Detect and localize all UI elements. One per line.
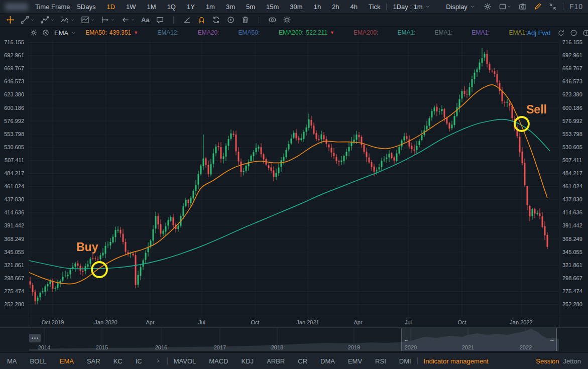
text-tool[interactable]: Aa	[138, 14, 153, 26]
reset-zoom-icon[interactable]	[557, 29, 565, 37]
svg-text:530.605: 530.605	[562, 144, 582, 150]
camera-icon	[519, 3, 527, 11]
adjustment-mode-button[interactable]: Adj Fwd	[527, 29, 550, 37]
divider	[563, 3, 563, 10]
timeframe-1m[interactable]: 1m	[206, 3, 215, 11]
tab-ic[interactable]: IC	[136, 357, 142, 365]
timeframe-5days[interactable]: 5Days	[77, 3, 96, 11]
selection-right-arrow-icon: →	[549, 336, 555, 342]
f10-button[interactable]: F10	[569, 3, 583, 11]
tab-emv[interactable]: EMV	[348, 357, 362, 365]
pattern-icon	[81, 16, 89, 24]
session-label: Session	[536, 357, 559, 365]
readout-ema200-4[interactable]: EMA200:522.211▼	[279, 29, 334, 36]
trendline-tool[interactable]	[18, 14, 38, 26]
angle-tool[interactable]	[180, 14, 194, 26]
timeframe-1m[interactable]: 1M	[147, 3, 156, 11]
tab-boll[interactable]: BOLL	[30, 357, 47, 365]
tab-kdj[interactable]: KDJ	[242, 357, 254, 365]
tab-arbr[interactable]: ARBR	[267, 357, 285, 365]
magnet-tool[interactable]	[194, 14, 209, 26]
session-control[interactable]: SessionJetton	[536, 357, 581, 365]
shrink-button[interactable]	[549, 3, 557, 11]
shape-tool[interactable]	[38, 14, 58, 26]
readout-ema50-0[interactable]: EMA50:439.351▼	[85, 29, 138, 36]
timeframe-1h[interactable]: 1h	[314, 3, 321, 11]
timeframe-1y[interactable]: 1Y	[187, 3, 195, 11]
readout-ema12-1[interactable]: EMA12:	[157, 29, 179, 36]
tab-ma[interactable]: MA	[7, 357, 17, 365]
timeframe-2h[interactable]: 2h	[332, 3, 339, 11]
pattern-tool[interactable]	[78, 14, 98, 26]
timeframe-1q[interactable]: 1Q	[167, 3, 176, 11]
readout-ema1-6[interactable]: EMA1:	[397, 29, 415, 36]
navigator-selection[interactable]: ←→	[402, 328, 556, 351]
tab-macd[interactable]: MACD	[209, 357, 228, 365]
timeframe-1w[interactable]: 1W	[126, 3, 136, 11]
pencil-button[interactable]	[534, 3, 542, 11]
tab-mavol[interactable]: MAVOL	[174, 357, 196, 365]
price-chart-canvas[interactable]: BuySell716.155716.155692.961692.961669.7…	[0, 0, 588, 369]
crosshair-tool[interactable]	[223, 14, 238, 26]
zoom-out-icon[interactable]	[570, 29, 577, 37]
readout-ema50-3[interactable]: EMA50:	[239, 29, 260, 36]
svg-text:Buy: Buy	[76, 240, 98, 254]
display-dropdown[interactable]: Display	[446, 3, 476, 11]
readout-ema1-7[interactable]: EMA1:	[434, 29, 452, 36]
timeframe-4h[interactable]: 4h	[350, 3, 358, 11]
wave-tool[interactable]: 31	[58, 14, 78, 26]
readout-ema1-8[interactable]: EMA1:	[472, 29, 490, 36]
tab-sar[interactable]: SAR	[87, 357, 100, 365]
svg-text:345.055: 345.055	[562, 249, 582, 255]
navigator-more-button[interactable]	[29, 334, 41, 342]
timeframe-30m[interactable]: 30m	[290, 3, 302, 11]
layout-button[interactable]	[499, 3, 512, 11]
readout-label: EMA1:	[434, 29, 452, 36]
compare-tool[interactable]	[265, 14, 280, 26]
svg-text:600.186: 600.186	[562, 105, 582, 111]
more-tabs-icon[interactable]	[155, 358, 161, 364]
readout-label: EMA1:	[397, 29, 415, 36]
gear-button[interactable]	[484, 3, 492, 11]
tab-dmi[interactable]: DMI	[399, 357, 411, 365]
svg-text:321.861: 321.861	[4, 262, 24, 268]
pan-tool[interactable]	[3, 14, 18, 26]
readout-ema1-9[interactable]: EMA1:	[509, 29, 527, 36]
svg-text:461.024: 461.024	[562, 183, 582, 189]
indicator-close-icon[interactable]	[42, 29, 49, 36]
drawing-settings[interactable]	[280, 14, 294, 26]
indicator-name-dropdown[interactable]: EMA	[54, 29, 76, 37]
tab-ema[interactable]: EMA	[60, 357, 74, 365]
measure-tool[interactable]	[98, 14, 118, 26]
svg-text:Apr: Apr	[146, 319, 154, 325]
svg-text:2016: 2016	[155, 344, 167, 350]
svg-text:507.411: 507.411	[5, 157, 24, 163]
svg-text:391.442: 391.442	[4, 222, 24, 228]
continuous-draw-tool[interactable]	[209, 14, 223, 26]
timeframe-15m[interactable]: 15m	[266, 3, 279, 11]
note-tool[interactable]	[153, 14, 167, 26]
indicator-tabs-bar: MABOLLEMASARKCICMAVOLMACDKDJARBRCRDMAEMV…	[0, 352, 588, 369]
delete-drawings-tool[interactable]	[238, 14, 253, 26]
tab-cr[interactable]: CR	[298, 357, 307, 365]
drawing-toolbar: 31Aa	[0, 14, 588, 27]
timeframe-3m[interactable]: 3m	[226, 3, 235, 11]
timeframe-tick[interactable]: Tick	[369, 3, 380, 11]
tab-kc[interactable]: KC	[113, 357, 123, 365]
timeframe-5m[interactable]: 5m	[246, 3, 255, 11]
arrow-tool[interactable]	[118, 14, 138, 26]
zoom-in-icon[interactable]	[582, 29, 588, 37]
pencil-icon	[534, 3, 542, 11]
tab-rsi[interactable]: RSI	[375, 357, 386, 365]
timeframe-1d[interactable]: 1D	[106, 3, 115, 11]
resolution-dropdown[interactable]: 1Day : 1m	[393, 3, 430, 11]
indicator-management-button[interactable]: Indicator management	[424, 357, 489, 365]
ema-readouts: EMA50:439.351▼EMA12:EMA20:EMA50:EMA200:5…	[85, 29, 527, 36]
tab-dma[interactable]: DMA	[320, 357, 335, 365]
svg-text:368.249: 368.249	[4, 236, 24, 242]
readout-ema20-2[interactable]: EMA20:	[198, 29, 219, 36]
indicator-settings-icon[interactable]	[30, 29, 37, 36]
svg-text:669.767: 669.767	[562, 65, 582, 71]
camera-button[interactable]	[519, 3, 527, 11]
readout-ema200-5[interactable]: EMA200:	[354, 29, 378, 36]
